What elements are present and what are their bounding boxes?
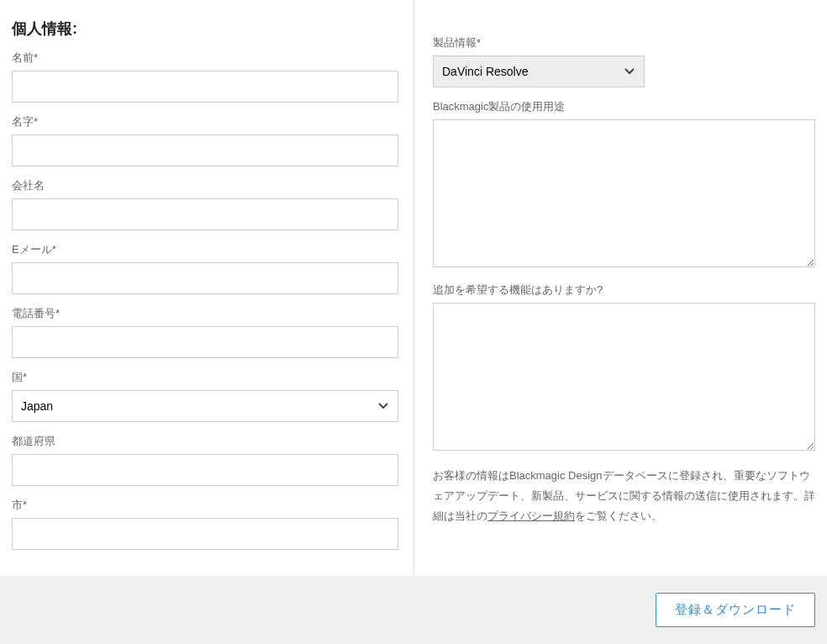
privacy-policy-link[interactable]: プライバシー規約 xyxy=(487,509,575,522)
product-label: 製品情報* xyxy=(433,35,815,50)
email-label: Eメール* xyxy=(12,242,398,257)
country-select[interactable]: Japan xyxy=(12,390,398,422)
city-input[interactable] xyxy=(12,518,398,550)
phone-label: 電話番号* xyxy=(12,306,398,321)
last-name-label: 名字* xyxy=(12,114,398,129)
features-textarea[interactable] xyxy=(433,303,815,451)
last-name-input[interactable] xyxy=(12,135,398,166)
footer-bar: 登録＆ダウンロード xyxy=(0,576,827,644)
email-input[interactable] xyxy=(12,262,398,294)
privacy-text: お客様の情報はBlackmagic Designデータベースに登録され、重要なソ… xyxy=(433,466,815,526)
section-title: 個人情報: xyxy=(12,18,398,39)
state-input[interactable] xyxy=(12,454,398,486)
state-label: 都道府県 xyxy=(12,434,398,449)
register-download-button[interactable]: 登録＆ダウンロード xyxy=(656,593,815,627)
first-name-input[interactable] xyxy=(12,71,398,103)
phone-input[interactable] xyxy=(12,326,398,358)
usage-label: Blackmagic製品の使用用途 xyxy=(433,99,815,114)
company-input[interactable] xyxy=(12,198,398,230)
country-label: 国* xyxy=(12,370,398,385)
company-label: 会社名 xyxy=(12,178,398,193)
city-label: 市* xyxy=(12,498,398,513)
privacy-text-part2: をご覧ください。 xyxy=(575,509,662,522)
features-label: 追加を希望する機能はありますか? xyxy=(433,282,815,298)
first-name-label: 名前* xyxy=(12,50,398,66)
product-select[interactable]: DaVinci Resolve xyxy=(433,55,645,87)
usage-textarea[interactable] xyxy=(433,119,815,267)
